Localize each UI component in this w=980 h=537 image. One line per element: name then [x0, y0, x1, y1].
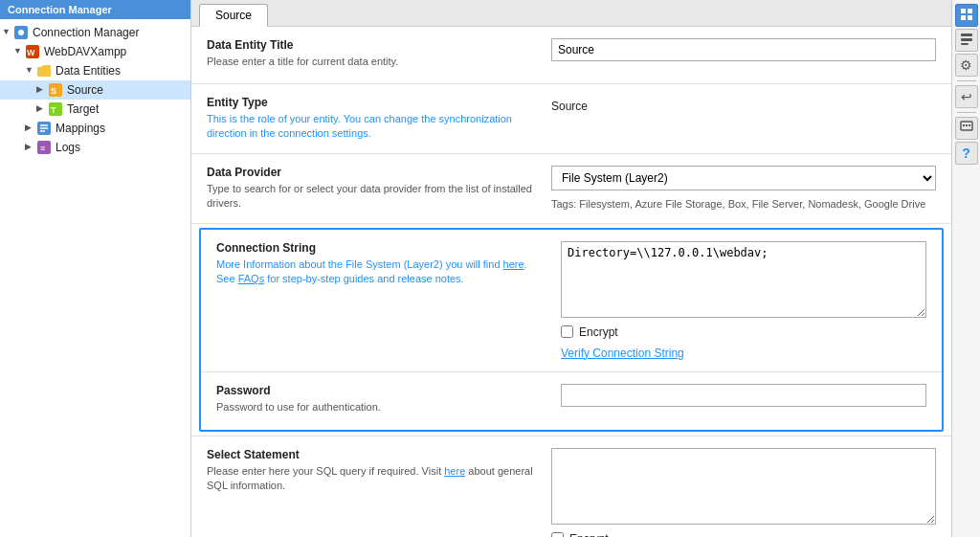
entity-title-label: Data Entity Title: [207, 38, 536, 52]
right-toolbar: ⚙ ↩ ?: [951, 0, 980, 537]
connection-string-encrypt-checkbox[interactable]: [561, 325, 573, 338]
edit-icon: [960, 121, 973, 137]
sidebar-item-connection-manager[interactable]: ▼ Connection Manager: [0, 23, 190, 42]
arrow-icon: ▼: [13, 46, 25, 57]
entity-type-input-col: Source: [551, 96, 936, 113]
toolbar-btn-layout[interactable]: [955, 4, 978, 27]
connection-string-label: Connection String: [216, 241, 546, 255]
entity-title-input-col: [551, 38, 936, 61]
entity-title-input[interactable]: [551, 38, 936, 61]
sidebar-label-connection-manager: Connection Manager: [33, 26, 139, 39]
form-label-select-statement: Select Statement Please enter here your …: [207, 448, 551, 494]
svg-text:S: S: [51, 86, 56, 96]
svg-text:≡: ≡: [40, 144, 45, 153]
arrow-icon: ▼: [25, 65, 36, 77]
conn-desc-suffix: for step-by-step guides and release note…: [264, 273, 464, 284]
select-stmt-prefix: Please enter here your SQL query if requ…: [207, 465, 444, 477]
sidebar-item-mappings[interactable]: ▶ Mappings: [0, 119, 190, 138]
settings-icon: ⚙: [960, 57, 972, 73]
tree-container: ▼ Connection Manager ▼ W WebDAVXampp ▼ D…: [0, 19, 190, 161]
sidebar-item-source[interactable]: ▶ S Source: [0, 80, 190, 100]
main-content: Source Data Entity Title Please enter a …: [191, 0, 951, 537]
arrow-icon: ▶: [25, 123, 36, 134]
connection-string-encrypt-label[interactable]: Encrypt: [579, 325, 618, 339]
layout-icon: [960, 8, 973, 24]
select-statement-encrypt-checkbox[interactable]: [551, 532, 564, 537]
webdav-icon: W: [25, 44, 40, 59]
form-label-entity-type: Entity Type This is the role of your ent…: [207, 96, 551, 142]
sidebar-label-webdavxampp: WebDAVXampp: [44, 45, 126, 58]
sidebar-header: Connection Manager: [0, 0, 190, 19]
undo-icon: ↩: [961, 89, 972, 104]
form-row-select-statement: Select Statement Please enter here your …: [191, 436, 951, 537]
conn-desc-link2[interactable]: FAQs: [238, 273, 265, 284]
data-provider-input-col: File System (Layer2) SQL Server SharePoi…: [551, 166, 936, 210]
toolbar-btn-settings[interactable]: ⚙: [955, 54, 978, 77]
password-input[interactable]: [561, 384, 926, 407]
entity-title-desc: Please enter a title for current data en…: [207, 55, 536, 69]
svg-rect-18: [961, 34, 972, 36]
target-icon: T: [48, 101, 63, 117]
entity-type-label: Entity Type: [207, 96, 536, 109]
data-provider-label: Data Provider: [207, 166, 536, 179]
connection-string-textarea[interactable]: Directory=\\127.0.0.1\webdav;: [561, 241, 926, 318]
sidebar-label-mappings: Mappings: [56, 122, 105, 135]
sidebar-item-target[interactable]: ▶ T Target: [0, 100, 190, 119]
source-icon: S: [48, 82, 63, 98]
toolbar-separator-1: [957, 80, 976, 81]
password-desc: Password to use for authentication.: [216, 400, 546, 414]
toolbar-btn-help[interactable]: ?: [955, 142, 978, 165]
sidebar-label-source: Source: [67, 83, 103, 97]
password-label: Password: [216, 384, 546, 397]
sidebar-item-webdavxampp[interactable]: ▼ W WebDAVXampp: [0, 42, 190, 61]
connection-string-input-col: Directory=\\127.0.0.1\webdav; Encrypt Ve…: [561, 241, 926, 360]
toolbar-btn-grid[interactable]: [955, 29, 978, 52]
arrow-icon: ▶: [36, 103, 48, 115]
select-statement-encrypt-label[interactable]: Encrypt: [569, 532, 609, 537]
folder-icon: [36, 63, 52, 78]
entity-type-desc: This is the role of your entity. You can…: [207, 112, 536, 142]
data-provider-select[interactable]: File System (Layer2) SQL Server SharePoi…: [551, 166, 936, 190]
password-input-col: [561, 384, 926, 407]
verify-connection-link[interactable]: Verify Connection String: [561, 347, 926, 360]
form-row-data-provider: Data Provider Type to search for or sele…: [191, 154, 951, 224]
entity-type-value: Source: [551, 96, 936, 113]
select-statement-textarea[interactable]: [551, 448, 936, 525]
mappings-icon: [36, 121, 52, 136]
toolbar-btn-undo[interactable]: ↩: [955, 85, 978, 108]
select-statement-desc: Please enter here your SQL query if requ…: [207, 464, 536, 494]
svg-rect-16: [961, 15, 966, 20]
svg-point-1: [18, 30, 24, 35]
entity-type-desc-text: This is the role of your entity. You can…: [207, 113, 512, 139]
svg-rect-20: [961, 43, 969, 45]
sidebar-label-target: Target: [67, 102, 99, 116]
sidebar-item-logs[interactable]: ▶ ≡ Logs: [0, 138, 190, 157]
connection-string-encrypt-row: Encrypt: [561, 325, 926, 339]
form-label-connection-string: Connection String More Information about…: [216, 241, 561, 287]
help-icon: ?: [962, 145, 970, 161]
svg-rect-17: [968, 15, 972, 20]
form-row-entity-title: Data Entity Title Please enter a title f…: [191, 27, 951, 84]
svg-rect-15: [968, 9, 972, 13]
form-row-entity-type: Entity Type This is the role of your ent…: [191, 84, 951, 154]
grid-icon: [960, 33, 973, 49]
form-label-password: Password Password to use for authenticat…: [216, 384, 561, 414]
svg-rect-22: [963, 124, 965, 126]
sidebar: Connection Manager ▼ Connection Manager …: [0, 0, 191, 537]
svg-rect-23: [966, 124, 968, 126]
select-stmt-link[interactable]: here: [444, 465, 465, 477]
svg-text:W: W: [27, 48, 35, 57]
toolbar-btn-edit[interactable]: [955, 117, 978, 140]
sidebar-item-data-entities[interactable]: ▼ Data Entities: [0, 61, 190, 80]
form-row-password: Password Password to use for authenticat…: [201, 372, 942, 430]
tab-source[interactable]: Source: [199, 4, 268, 27]
connection-manager-icon: [13, 25, 29, 40]
select-statement-encrypt-row: Encrypt: [551, 532, 936, 537]
conn-desc-link1[interactable]: here: [503, 258, 524, 270]
form-label-entity-title: Data Entity Title Please enter a title f…: [207, 38, 551, 69]
data-provider-desc: Type to search for or select your data p…: [207, 182, 536, 212]
tab-header: Source: [191, 0, 951, 27]
toolbar-separator-2: [957, 112, 976, 113]
highlighted-section: Connection String More Information about…: [199, 228, 944, 432]
conn-desc-prefix: More Information about the File System (…: [216, 258, 503, 270]
